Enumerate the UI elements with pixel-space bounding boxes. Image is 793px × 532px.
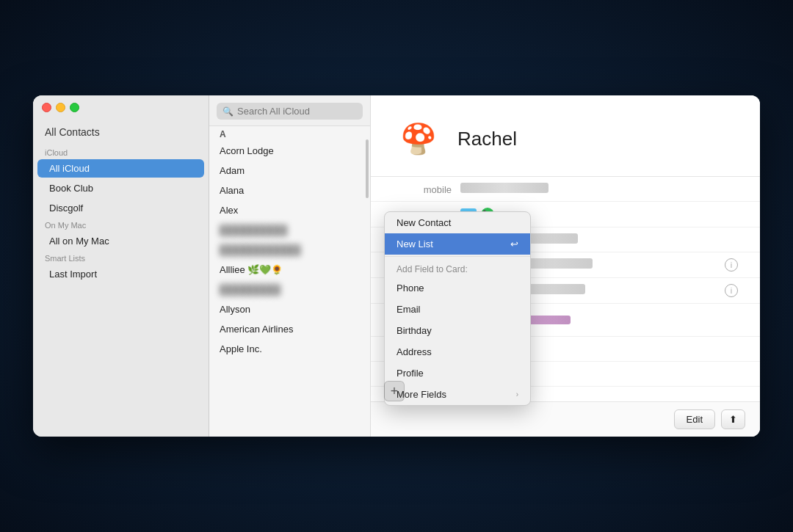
smart-lists-section-label: Smart Lists xyxy=(33,251,209,264)
contact-blurred3[interactable]: █████████ xyxy=(209,280,370,299)
plus-button-area: + xyxy=(384,381,405,404)
search-input[interactable] xyxy=(237,106,357,117)
menu-item-address[interactable]: Address xyxy=(385,341,530,362)
info-icon-2[interactable]: i xyxy=(725,284,738,297)
menu-item-birthday[interactable]: Birthday xyxy=(385,320,530,341)
contact-adam[interactable]: Adam xyxy=(209,161,370,181)
sidebar-item-all-on-my-mac[interactable]: All on My Mac xyxy=(37,232,204,250)
avatar: 🍄 xyxy=(393,113,444,164)
menu-divider-1 xyxy=(385,256,530,257)
info-icon-1[interactable]: i xyxy=(725,258,738,272)
sidebar-item-last-import[interactable]: Last Import xyxy=(37,265,204,283)
contact-scroll[interactable]: A Acorn Lodge Adam Alana Alex ██████████… xyxy=(209,126,370,437)
more-fields-chevron-icon: › xyxy=(516,390,518,398)
plus-button[interactable]: + xyxy=(384,381,405,401)
main-window: All Contacts iCloud All iCloud Book Club… xyxy=(33,95,760,437)
contact-acorn-lodge[interactable]: Acorn Lodge xyxy=(209,141,370,161)
detail-footer: Edit ⬆ xyxy=(371,401,760,437)
detail-panel: 🍄 Rachel mobile FaceTime xyxy=(371,95,760,437)
close-button[interactable] xyxy=(42,103,51,112)
new-contact-label: New Contact xyxy=(396,217,451,228)
contact-allyson[interactable]: Allyson xyxy=(209,299,370,319)
section-header-a: A xyxy=(209,126,370,141)
menu-item-new-contact[interactable]: New Contact xyxy=(385,212,530,233)
contact-alex[interactable]: Alex xyxy=(209,200,370,220)
search-bar: 🔍 xyxy=(209,95,370,126)
scrollbar[interactable] xyxy=(366,139,369,198)
new-list-checkmark: ↩ xyxy=(510,238,518,249)
contact-american-airlines[interactable]: American Airlines xyxy=(209,319,370,339)
icloud-section-label: iCloud xyxy=(33,145,209,158)
share-button[interactable]: ⬆ xyxy=(721,409,745,429)
dropdown-menu: New Contact New List ↩ Add Field to Card… xyxy=(384,211,531,406)
search-wrapper[interactable]: 🔍 xyxy=(217,103,363,120)
profile-label: Profile xyxy=(396,368,424,379)
dropdown-container: New Contact New List ↩ Add Field to Card… xyxy=(384,211,531,406)
field-value-mobile[interactable] xyxy=(460,183,738,195)
contact-allliee[interactable]: Allliee 🌿💚🌻 xyxy=(209,260,370,280)
minimize-button[interactable] xyxy=(56,103,65,112)
menu-item-phone[interactable]: Phone xyxy=(385,277,530,299)
field-mobile: mobile xyxy=(371,177,760,202)
sidebar-item-all-icloud[interactable]: All iCloud xyxy=(37,159,204,178)
edit-button[interactable]: Edit xyxy=(674,409,715,429)
sidebar-item-book-club[interactable]: Book Club xyxy=(37,179,204,197)
traffic-lights xyxy=(42,103,79,112)
maximize-button[interactable] xyxy=(70,103,79,112)
all-contacts-label[interactable]: All Contacts xyxy=(33,122,209,145)
field-label-mobile: mobile xyxy=(393,183,452,195)
address-label: Address xyxy=(396,346,432,357)
menu-item-new-list[interactable]: New List ↩ xyxy=(385,233,530,255)
sidebar-item-discgolf[interactable]: Discgolf xyxy=(37,199,204,217)
contact-alana[interactable]: Alana xyxy=(209,181,370,200)
contact-apple-inc[interactable]: Apple Inc. xyxy=(209,339,370,359)
menu-item-more-fields[interactable]: More Fields › xyxy=(385,384,530,405)
menu-item-email[interactable]: Email xyxy=(385,299,530,320)
contact-blurred1[interactable]: ██████████ xyxy=(209,220,370,240)
email-label: Email xyxy=(396,304,421,315)
on-my-mac-section-label: On My Mac xyxy=(33,218,209,231)
contact-list-panel: 🔍 A Acorn Lodge Adam Alana Alex ████████… xyxy=(209,95,371,437)
detail-header: 🍄 Rachel xyxy=(371,95,760,177)
contact-full-name: Rachel xyxy=(457,128,517,150)
birthday-label: Birthday xyxy=(396,325,432,336)
menu-item-profile[interactable]: Profile xyxy=(385,362,530,384)
sidebar: All Contacts iCloud All iCloud Book Club… xyxy=(33,95,209,437)
new-list-label: New List xyxy=(396,238,433,249)
search-icon: 🔍 xyxy=(222,106,233,117)
phone-label: Phone xyxy=(396,283,424,294)
share-icon: ⬆ xyxy=(729,414,737,425)
contact-blurred2[interactable]: ████████████ xyxy=(209,240,370,260)
add-field-header: Add Field to Card: xyxy=(385,258,530,277)
